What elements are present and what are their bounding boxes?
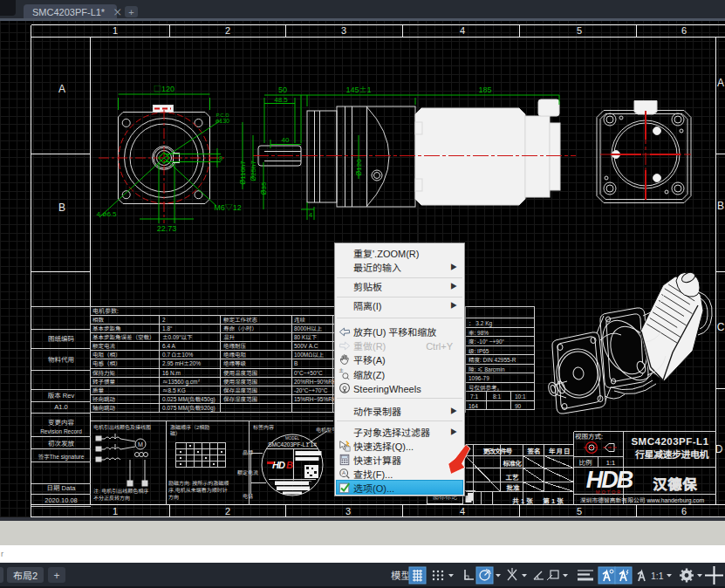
svg-text:B: B bbox=[717, 197, 724, 212]
svg-text:第 1 张: 第 1 张 bbox=[543, 496, 564, 505]
svg-text:16 N.m: 16 N.m bbox=[162, 368, 181, 377]
svg-text:B: B bbox=[286, 457, 293, 471]
svg-text:初次发放: 初次发放 bbox=[48, 438, 74, 448]
svg-text:级: IP65: 级: IP65 bbox=[469, 346, 489, 355]
svg-text:0°C~+50°C: 0°C~+50°C bbox=[294, 368, 323, 377]
svg-text:4: 4 bbox=[460, 23, 465, 37]
svg-text:1: 1 bbox=[113, 503, 118, 517]
svg-text:电感（相）: 电感（相） bbox=[92, 359, 121, 367]
svg-text:方向: 方向 bbox=[168, 493, 179, 501]
svg-text:寿命（小时）: 寿命（小时） bbox=[223, 324, 257, 332]
svg-text:图纸编码: 图纸编码 bbox=[48, 333, 74, 343]
svg-text:HD: HD bbox=[272, 457, 285, 471]
svg-text:□120: □120 bbox=[154, 83, 174, 94]
svg-text:汉德保: 汉德保 bbox=[653, 473, 697, 494]
svg-text:0.7 Ω±10%: 0.7 Ω±10% bbox=[162, 350, 193, 359]
svg-text:共 1 张: 共 1 张 bbox=[512, 496, 533, 505]
svg-text:Ø25h7: Ø25h7 bbox=[248, 161, 257, 181]
svg-text:40: 40 bbox=[282, 134, 290, 144]
svg-text:签名: 签名 bbox=[527, 446, 541, 455]
svg-text:变更内容: 变更内容 bbox=[48, 417, 74, 427]
svg-text:MOTOR: MOTOR bbox=[596, 489, 622, 496]
svg-text:6: 6 bbox=[681, 503, 687, 517]
svg-text:行星减速步进电机: 行星减速步进电机 bbox=[634, 447, 708, 461]
svg-text:-20°C~+70°C: -20°C~+70°C bbox=[294, 386, 328, 394]
svg-text:B: B bbox=[58, 199, 65, 214]
svg-text:Ø110h7: Ø110h7 bbox=[237, 161, 247, 185]
svg-text:温升: 温升 bbox=[223, 332, 236, 341]
svg-text:80 K以下: 80 K以下 bbox=[294, 332, 318, 341]
svg-text:额定电流: 额定电流 bbox=[237, 468, 258, 476]
svg-text:工艺: 工艺 bbox=[506, 472, 519, 482]
svg-text:≈13560 g.cm²: ≈13560 g.cm² bbox=[162, 377, 200, 386]
svg-text:2020.10.08: 2020.10.08 bbox=[44, 495, 78, 504]
svg-text:48.5: 48.5 bbox=[274, 94, 288, 104]
svg-text:1: 1 bbox=[113, 23, 118, 37]
svg-text:7:1: 7:1 bbox=[470, 392, 478, 400]
svg-text:度: -10° ~+90°: 度: -10° ~+90° bbox=[469, 337, 505, 345]
svg-text:B: B bbox=[294, 359, 298, 367]
svg-text:视图方式:: 视图方式: bbox=[575, 431, 603, 441]
svg-text:0.025 MM(负载450g): 0.025 MM(负载450g) bbox=[162, 394, 215, 403]
svg-text:： 3.2 Kg: ： 3.2 Kg bbox=[469, 318, 492, 327]
svg-text:0.075 MM(负载920g): 0.075 MM(负载920g) bbox=[162, 403, 215, 412]
svg-text:绝缘等级: 绝缘等级 bbox=[223, 359, 247, 367]
svg-text:22.73: 22.73 bbox=[157, 222, 177, 234]
svg-text:C: C bbox=[717, 318, 725, 333]
svg-text:2: 2 bbox=[162, 315, 166, 324]
svg-text:M: M bbox=[138, 440, 143, 448]
svg-text:±0.09°以下: ±0.09°以下 bbox=[162, 332, 193, 341]
svg-text:日期 Data: 日期 Data bbox=[47, 482, 77, 492]
svg-text:4: 4 bbox=[309, 209, 313, 219]
svg-text:电机参数:: 电机参数: bbox=[92, 306, 119, 315]
svg-text:4-ø6.5: 4-ø6.5 bbox=[96, 209, 117, 218]
svg-text:电机引出线颜色及接线图: 电机引出线颜色及接线图 bbox=[93, 423, 151, 431]
svg-text:8: 8 bbox=[219, 154, 222, 162]
svg-text:2: 2 bbox=[225, 23, 230, 37]
svg-text:1096-79: 1096-79 bbox=[469, 373, 489, 382]
svg-text:Revision Record: Revision Record bbox=[40, 427, 82, 435]
svg-text:15%RH~95%RH: 15%RH~95%RH bbox=[294, 394, 337, 403]
svg-text:D: D bbox=[715, 441, 723, 455]
svg-text:标签内容: 标签内容 bbox=[253, 423, 274, 431]
svg-text:≈8.5 KG: ≈8.5 KG bbox=[162, 386, 186, 394]
svg-text:1:1: 1:1 bbox=[651, 569, 664, 582]
svg-text:A: A bbox=[58, 80, 65, 95]
svg-text:签字The signature: 签字The signature bbox=[38, 452, 85, 461]
svg-text:8:1: 8:1 bbox=[493, 392, 501, 400]
svg-text:轴向跳动: 轴向跳动 bbox=[92, 403, 116, 412]
svg-text:Ø120: Ø120 bbox=[353, 159, 363, 176]
svg-text:号仅供参考。: 号仅供参考。 bbox=[469, 383, 503, 392]
svg-text:率: 98%: 率: 98% bbox=[469, 328, 489, 337]
svg-text:SMC4203PF-L1: SMC4203PF-L1 bbox=[631, 434, 708, 448]
svg-text:保存温度范围: 保存温度范围 bbox=[223, 386, 257, 394]
svg-text:90: 90 bbox=[515, 401, 522, 410]
svg-text:品牌: 品牌 bbox=[243, 448, 253, 456]
svg-text:不分正反转方向: 不分正反转方向 bbox=[93, 494, 130, 502]
svg-text:径向跳动: 径向跳动 bbox=[92, 394, 116, 403]
svg-text:SMC4203PF-L1 1#: SMC4203PF-L1 1# bbox=[268, 440, 317, 448]
svg-text:4: 4 bbox=[460, 503, 465, 517]
svg-text:额定工作状态: 额定工作状态 bbox=[223, 315, 258, 324]
svg-text:164: 164 bbox=[469, 401, 478, 410]
svg-text:模型: 模型 bbox=[391, 568, 411, 582]
svg-text:绝缘耐压: 绝缘耐压 bbox=[223, 341, 247, 350]
svg-text:质量: 质量 bbox=[92, 386, 105, 394]
svg-text:版本 Rev: 版本 Rev bbox=[48, 390, 75, 400]
svg-text:电话: 电话 bbox=[243, 492, 253, 500]
svg-text:电阻（相）: 电阻（相） bbox=[92, 350, 121, 359]
svg-text:使用湿度范围: 使用湿度范围 bbox=[223, 377, 257, 386]
svg-text:6.4 A: 6.4 A bbox=[162, 341, 175, 350]
svg-text:转子惯量: 转子惯量 bbox=[92, 377, 116, 386]
svg-text:8000H以上: 8000H以上 bbox=[294, 324, 323, 332]
svg-text:年 月 日: 年 月 日 bbox=[549, 446, 570, 455]
svg-text:M6▽12: M6▽12 bbox=[214, 202, 242, 213]
svg-text:5: 5 bbox=[577, 23, 582, 37]
svg-text:20%RH~90%RH: 20%RH~90%RH bbox=[294, 377, 337, 386]
svg-text:精度: DIN 42955-R: 精度: DIN 42955-R bbox=[469, 355, 516, 364]
svg-text:2: 2 bbox=[225, 503, 230, 517]
svg-text:A: A bbox=[717, 74, 724, 89]
svg-text:185: 185 bbox=[478, 84, 491, 95]
svg-text:保存湿度范围: 保存湿度范围 bbox=[223, 394, 257, 403]
svg-text:5: 5 bbox=[577, 503, 582, 517]
